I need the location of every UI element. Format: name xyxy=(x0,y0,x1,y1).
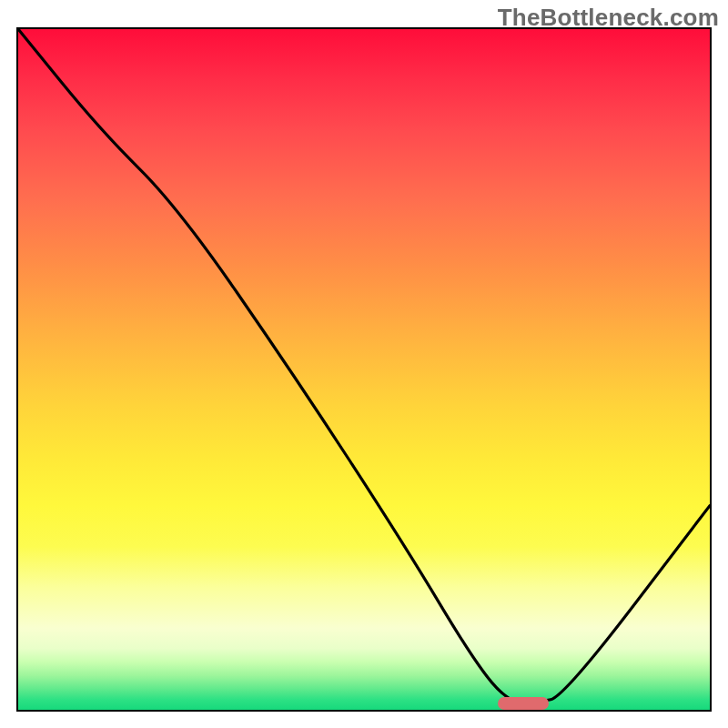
chart-stage: TheBottleneck.com xyxy=(0,0,728,728)
bottleneck-curve xyxy=(18,29,710,710)
plot-frame xyxy=(16,27,712,712)
watermark-label: TheBottleneck.com xyxy=(498,4,719,32)
curve-path xyxy=(18,29,710,703)
valley-marker xyxy=(498,697,549,710)
